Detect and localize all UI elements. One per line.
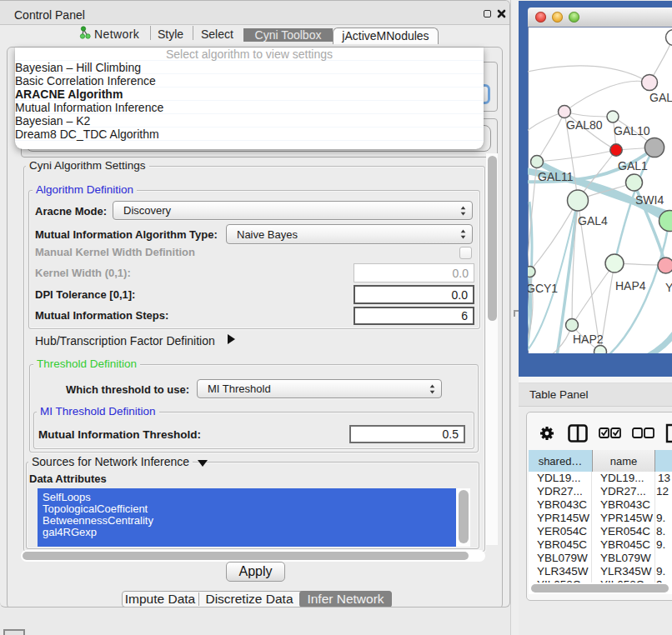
svg-text:GAL7: GAL7 bbox=[649, 91, 672, 104]
svg-text:GAL10: GAL10 bbox=[614, 124, 650, 138]
svg-text:SWI4: SWI4 bbox=[635, 193, 664, 207]
svg-text:GAL80: GAL80 bbox=[566, 118, 603, 132]
svg-text:GAL11: GAL11 bbox=[538, 170, 574, 183]
svg-text:HAP4: HAP4 bbox=[615, 279, 646, 292]
svg-text:GAL1: GAL1 bbox=[618, 159, 648, 172]
svg-text:HAP2: HAP2 bbox=[573, 332, 604, 346]
svg-text:YD: YD bbox=[665, 281, 672, 294]
svg-text:GAL4: GAL4 bbox=[578, 214, 608, 228]
svg-text:GCY1: GCY1 bbox=[528, 282, 558, 295]
